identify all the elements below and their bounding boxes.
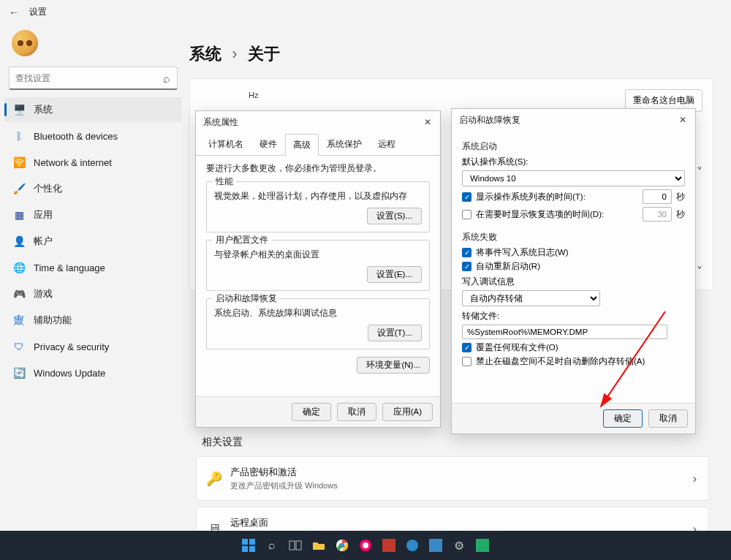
failure-section-header: 系统失败 <box>462 232 685 243</box>
profile-settings-button[interactable]: 设置(E)... <box>367 266 422 283</box>
user-avatar[interactable] <box>12 30 38 56</box>
perf-group-title: 性能 <box>213 176 236 187</box>
app-icon-1[interactable] <box>357 537 374 554</box>
default-os-label: 默认操作系统(S): <box>462 156 529 167</box>
svg-rect-5 <box>289 541 295 550</box>
search-input[interactable] <box>9 67 178 90</box>
related-icon: 🔑 <box>208 473 220 485</box>
search-icon: ⌕ <box>163 72 170 86</box>
sysprops-tab-1[interactable]: 硬件 <box>251 133 285 155</box>
app-icon-3[interactable] <box>404 537 421 554</box>
sidebar-item-6[interactable]: 🌐Time & language <box>4 255 182 280</box>
window-title: 设置 <box>29 6 47 18</box>
sidebar-item-label: 游戏 <box>34 287 53 300</box>
chrome-icon[interactable] <box>333 537 351 554</box>
settings-taskbar-icon[interactable]: ⚙ <box>450 537 468 554</box>
profile-group-title: 用户配置文件 <box>213 235 271 246</box>
nav-icon: 🖌️ <box>13 183 25 194</box>
sidebar-item-2[interactable]: 🛜Network & internet <box>4 150 182 175</box>
show-recovery-seconds-input <box>643 207 672 222</box>
env-vars-button[interactable]: 环境变量(N)... <box>357 357 430 374</box>
startup-group-title: 启动和故障恢复 <box>213 293 280 304</box>
nav-icon: 🎮 <box>13 288 25 300</box>
close-icon[interactable]: ✕ <box>676 113 689 126</box>
dump-file-input[interactable] <box>462 325 667 339</box>
show-os-list-checkbox[interactable]: ✓ <box>462 192 471 202</box>
dialog-title: 系统属性 <box>203 116 238 129</box>
sysprops-apply-button[interactable]: 应用(A) <box>382 403 433 421</box>
breadcrumb: 系统 › 关于 <box>189 43 713 65</box>
search-taskbar-icon[interactable]: ⌕ <box>263 537 281 554</box>
sidebar-item-4[interactable]: ▦应用 <box>4 203 182 227</box>
nav-icon: ▦ <box>13 209 25 221</box>
breadcrumb-root[interactable]: 系统 <box>189 45 221 63</box>
svg-rect-2 <box>249 539 255 545</box>
start-icon[interactable] <box>240 537 257 554</box>
nav-icon: 🛡 <box>13 341 25 352</box>
back-icon[interactable]: ← <box>9 7 19 18</box>
auto-restart-checkbox[interactable]: ✓ <box>462 262 471 271</box>
perf-group-desc: 视觉效果，处理器计划，内存使用，以及虚拟内存 <box>214 191 422 202</box>
sidebar-item-label: 系统 <box>34 103 53 116</box>
sidebar-item-3[interactable]: 🖌️个性化 <box>4 176 182 201</box>
nav-icon: 🌐 <box>13 262 25 273</box>
sysprops-tab-2[interactable]: 高级 <box>285 134 319 156</box>
startup-group-desc: 系统启动、系统故障和调试信息 <box>214 308 422 319</box>
no-delete-checkbox[interactable] <box>462 357 471 366</box>
app-icon-2[interactable] <box>380 537 398 554</box>
svg-rect-14 <box>476 539 489 552</box>
sidebar-item-label: 个性化 <box>34 182 62 195</box>
write-event-checkbox[interactable]: ✓ <box>462 248 471 257</box>
sysprops-cancel-button[interactable]: 取消 <box>337 403 376 421</box>
dump-file-label: 转储文件: <box>462 311 499 322</box>
sidebar-item-8[interactable]: 🕸辅助功能 <box>4 308 182 333</box>
debug-dump-select[interactable]: 自动内存转储 <box>462 290 600 306</box>
profile-group-desc: 与登录帐户相关的桌面设置 <box>214 249 422 260</box>
sidebar-item-label: 辅助功能 <box>34 314 72 327</box>
chevron-right-icon: › <box>693 472 697 485</box>
app-icon-5[interactable] <box>474 537 491 554</box>
close-icon[interactable]: ✕ <box>421 116 434 129</box>
sidebar-item-0[interactable]: 🖥️系统 <box>4 97 182 122</box>
admin-note: 要进行大多数更改，你必须作为管理员登录。 <box>206 163 430 174</box>
startup-recovery-dialog: 启动和故障恢复 ✕ 系统启动 默认操作系统(S): Windows 10 ✓ 显… <box>451 108 696 434</box>
sysprops-tab-0[interactable]: 计算机名 <box>200 133 251 155</box>
related-card-0[interactable]: 🔑产品密钥和激活更改产品密钥或升级 Windows› <box>196 456 709 501</box>
sidebar-item-label: Bluetooth & devices <box>34 131 118 142</box>
app-icon-4[interactable] <box>427 537 444 554</box>
perf-settings-button[interactable]: 设置(S)... <box>367 208 422 224</box>
sidebar-item-1[interactable]: ᛒBluetooth & devices <box>4 124 182 148</box>
sidebar-item-7[interactable]: 🎮游戏 <box>4 281 182 306</box>
sidebar-item-label: 帐户 <box>34 235 53 248</box>
dialog-title: 启动和故障恢复 <box>459 114 520 126</box>
show-os-seconds-input[interactable] <box>643 189 672 204</box>
overwrite-checkbox[interactable]: ✓ <box>462 343 471 352</box>
nav-icon: 👤 <box>13 235 25 247</box>
sidebar-item-9[interactable]: 🛡Privacy & security <box>4 334 182 359</box>
nav-icon: 🔄 <box>13 367 25 379</box>
svg-point-12 <box>406 540 418 551</box>
sidebar-item-10[interactable]: 🔄Windows Update <box>4 360 182 385</box>
task-view-icon[interactable] <box>287 537 304 554</box>
svg-rect-11 <box>382 539 395 552</box>
show-recovery-checkbox[interactable] <box>462 210 471 219</box>
svg-rect-4 <box>249 546 255 552</box>
recov-ok-button[interactable]: 确定 <box>603 409 643 428</box>
explorer-icon[interactable] <box>310 537 327 554</box>
startup-settings-button[interactable]: 设置(T)... <box>368 325 422 341</box>
sidebar-item-5[interactable]: 👤帐户 <box>4 229 182 254</box>
sysprops-ok-button[interactable]: 确定 <box>292 403 331 421</box>
hz-label: Hz <box>249 91 258 99</box>
related-sub: 更改产品密钥或升级 Windows <box>230 480 338 491</box>
sidebar-item-label: Network & internet <box>34 157 112 168</box>
recov-cancel-button[interactable]: 取消 <box>648 409 688 428</box>
nav-icon: 🖥️ <box>13 104 25 116</box>
boot-section-header: 系统启动 <box>462 141 685 152</box>
related-title: 远程桌面 <box>230 516 319 529</box>
sysprops-tab-4[interactable]: 远程 <box>370 133 404 155</box>
sidebar-item-label: Privacy & security <box>34 341 109 352</box>
debug-info-label: 写入调试信息 <box>462 276 515 287</box>
default-os-select[interactable]: Windows 10 <box>462 170 685 186</box>
sysprops-tab-3[interactable]: 系统保护 <box>319 133 370 155</box>
related-header: 相关设置 <box>202 436 709 449</box>
